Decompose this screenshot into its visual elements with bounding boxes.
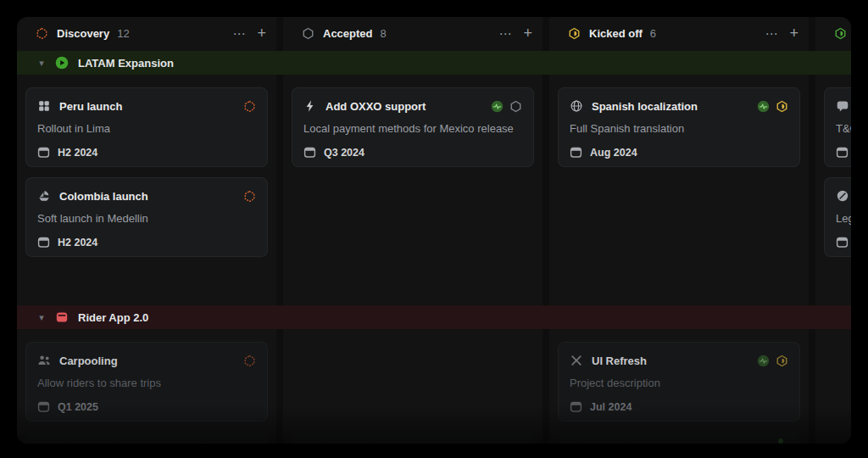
card-add-oxxo-support[interactable]: Add OXXO support Local payment methods f…: [292, 87, 534, 167]
project-play-icon: [55, 56, 69, 70]
column-header-accepted: Accepted 8 ⋯ +: [302, 20, 532, 46]
grid-icon: [37, 99, 51, 113]
status-kicked-off-icon: [776, 355, 788, 367]
project-kanban-board: Discovery 12 ⋯ + Accepted 8 ⋯ + Kicked o…: [17, 17, 851, 444]
card-date: Q3 2024: [324, 147, 364, 159]
card-title: Colombia launch: [59, 190, 148, 203]
card-title: Carpooling: [59, 355, 118, 367]
card-peru-launch[interactable]: Peru launch Rollout in Lima H2 2024: [25, 87, 268, 167]
card-date: Aug 2024: [590, 147, 637, 159]
status-discovery-icon: [243, 355, 256, 367]
card-date: Q1 2025: [58, 401, 98, 413]
column-title: Accepted: [323, 27, 373, 40]
lane-title: Rider App 2.0: [78, 311, 148, 324]
card-colombia-launch[interactable]: Colombia launch Soft launch in Medellin …: [25, 177, 268, 257]
card-partial-text: T&C: [836, 122, 851, 135]
calendar-icon: [37, 400, 50, 413]
column-accepted: [283, 17, 542, 444]
card-title: Peru launch: [59, 100, 122, 113]
more-options-icon[interactable]: ⋯: [765, 27, 778, 40]
add-card-icon[interactable]: +: [523, 25, 532, 41]
faint-card-top: [558, 433, 800, 444]
card-description: Rollout in Lima: [37, 122, 256, 135]
status-accepted-icon: [509, 100, 522, 113]
faint-card-top: [25, 433, 268, 444]
health-on-track-icon: [757, 100, 770, 113]
column-header-partial: [834, 20, 847, 46]
health-on-track-icon: [757, 355, 770, 367]
accepted-status-icon: [302, 27, 314, 40]
card-description: Full Spanish translation: [570, 122, 788, 135]
card-partial-text: Lega: [836, 212, 851, 225]
column-count: 12: [117, 27, 129, 40]
column-header-discovery: Discovery 12 ⋯ +: [36, 20, 266, 46]
card-partial-legal[interactable]: Lega: [824, 177, 851, 257]
faint-card-top: [292, 433, 534, 444]
boat-icon: [37, 189, 51, 203]
more-options-icon[interactable]: ⋯: [232, 27, 246, 40]
status-discovery-icon: [243, 100, 256, 113]
health-on-track-icon: [491, 100, 504, 113]
lane-latam-expansion[interactable]: ▾ LATAM Expansion: [17, 51, 851, 75]
card-description: Soft launch in Medellin: [37, 212, 256, 225]
calendar-icon: [836, 146, 849, 159]
card-description: Allow riders to share trips: [37, 377, 256, 389]
card-date: H2 2024: [58, 147, 97, 159]
status-kicked-off-icon: [776, 100, 788, 113]
speech-bubble-icon: [836, 99, 849, 113]
card-partial-tc[interactable]: T&C: [824, 87, 851, 167]
compass-icon: [836, 189, 849, 203]
collapse-lane-icon[interactable]: ▾: [37, 312, 46, 323]
card-description: Local payment methods for Mexico release: [303, 122, 522, 135]
globe-icon: [570, 99, 583, 113]
card-title: Add OXXO support: [326, 100, 426, 113]
in-progress-status-icon: [834, 27, 847, 40]
column-count: 6: [650, 27, 656, 40]
column-header-kicked-off: Kicked off 6 ⋯ +: [568, 20, 798, 46]
card-date: Jul 2024: [590, 401, 632, 413]
lane-title: LATAM Expansion: [78, 57, 174, 70]
faint-health-dot: [778, 438, 783, 444]
card-title: UI Refresh: [592, 355, 647, 367]
calendar-icon: [570, 146, 582, 159]
calendar-icon: [37, 146, 50, 159]
card-carpooling[interactable]: Carpooling Allow riders to share trips Q…: [25, 342, 268, 422]
column-title: Discovery: [57, 27, 109, 40]
kicked-off-status-icon: [568, 27, 581, 40]
people-icon: [37, 354, 51, 367]
column-title: Kicked off: [589, 27, 643, 40]
add-card-icon[interactable]: +: [789, 25, 798, 41]
card-ui-refresh[interactable]: UI Refresh Project description Jul 2024: [558, 342, 800, 422]
card-spanish-localization[interactable]: Spanish localization Full Spanish transl…: [558, 87, 800, 167]
calendar-icon: [836, 236, 849, 249]
app-window-icon: [55, 310, 69, 324]
calendar-icon: [37, 236, 50, 249]
card-date: H2 2024: [58, 237, 97, 249]
lightning-icon: [303, 99, 317, 113]
discovery-status-icon: [36, 27, 48, 40]
column-count: 8: [381, 27, 387, 40]
calendar-icon: [303, 146, 316, 159]
more-options-icon[interactable]: ⋯: [498, 27, 512, 40]
card-title: Spanish localization: [592, 100, 698, 113]
card-description: Project description: [570, 377, 788, 389]
collapse-lane-icon[interactable]: ▾: [37, 58, 46, 69]
tools-icon: [570, 354, 583, 367]
add-card-icon[interactable]: +: [257, 25, 266, 41]
calendar-icon: [570, 400, 582, 413]
status-discovery-icon: [243, 190, 256, 203]
lane-rider-app[interactable]: ▾ Rider App 2.0: [17, 305, 851, 329]
